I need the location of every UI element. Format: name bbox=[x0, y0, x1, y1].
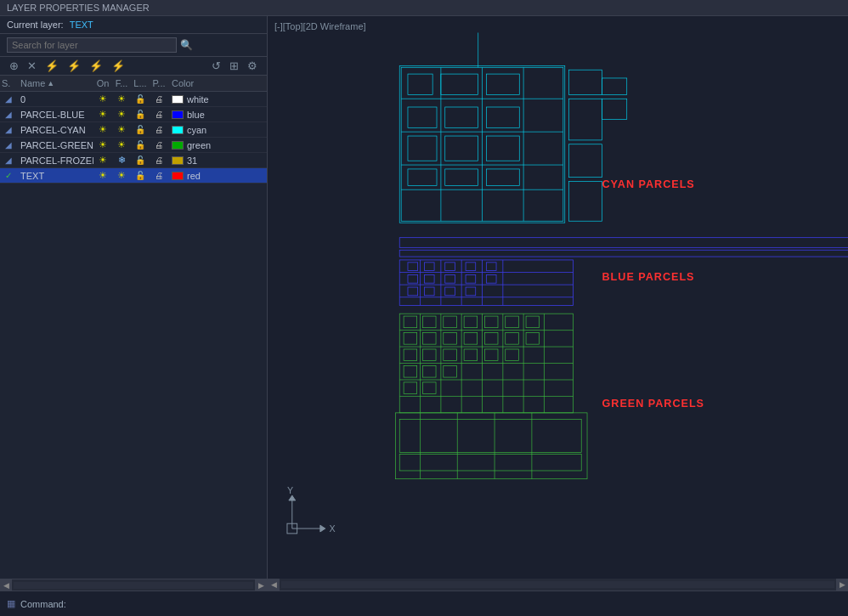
svg-rect-45 bbox=[424, 274, 434, 283]
layer-lock-icon[interactable]: 🔓 bbox=[131, 125, 150, 134]
layer-on-icon[interactable]: ☀ bbox=[93, 170, 112, 181]
current-layer-label: Current layer: TEXT bbox=[7, 20, 93, 30]
toolbar-btn-3[interactable]: ⚡ bbox=[42, 59, 61, 72]
layer-lock-icon[interactable]: 🔓 bbox=[131, 110, 150, 119]
toolbar-btn-4[interactable]: ⚡ bbox=[65, 59, 83, 72]
svg-rect-67 bbox=[422, 316, 436, 328]
color-label: cyan bbox=[187, 125, 206, 135]
layer-color-cell[interactable]: white bbox=[168, 94, 236, 105]
layer-plot-icon[interactable]: 🖨 bbox=[150, 140, 168, 150]
svg-rect-46 bbox=[445, 274, 455, 283]
color-swatch bbox=[172, 95, 184, 104]
toolbar-btn-5[interactable]: ⚡ bbox=[87, 59, 105, 72]
layer-status-cell: ✓ bbox=[0, 171, 17, 180]
svg-rect-40 bbox=[424, 263, 434, 271]
layer-on-icon[interactable]: ☀ bbox=[93, 93, 112, 105]
svg-rect-75 bbox=[444, 333, 457, 345]
layer-color-cell[interactable]: 31 bbox=[168, 155, 236, 166]
viewport-hscroll: ◀ ▶ bbox=[268, 579, 848, 591]
layer-freeze-icon[interactable]: ☀ bbox=[112, 93, 131, 105]
color-swatch bbox=[172, 110, 184, 119]
refresh-btn[interactable]: ↺ bbox=[209, 59, 223, 72]
svg-rect-49 bbox=[408, 287, 418, 296]
search-input[interactable] bbox=[7, 37, 177, 53]
svg-text:X: X bbox=[330, 523, 336, 534]
svg-rect-41 bbox=[445, 263, 455, 271]
layer-status-cell: ◢ bbox=[0, 110, 17, 119]
scroll-right-btn[interactable]: ▶ bbox=[255, 579, 267, 591]
scroll-track[interactable] bbox=[14, 582, 253, 589]
command-input[interactable] bbox=[71, 599, 841, 609]
color-swatch bbox=[172, 141, 184, 150]
search-icon[interactable]: 🔍 bbox=[180, 39, 193, 51]
layer-lock-icon[interactable]: 🔓 bbox=[131, 140, 150, 150]
layer-color-cell[interactable]: red bbox=[168, 171, 236, 181]
table-row[interactable]: ◢PARCEL-FROZEN☀❄🔓🖨31 bbox=[0, 153, 267, 168]
svg-rect-43 bbox=[486, 263, 496, 271]
svg-rect-13 bbox=[408, 74, 432, 94]
toolbar-row: ⊕ ✕ ⚡ ⚡ ⚡ ⚡ ↺ ⊞ ⚙ bbox=[0, 57, 267, 76]
color-label: 31 bbox=[187, 155, 197, 166]
layer-plot-icon[interactable]: 🖨 bbox=[150, 155, 168, 165]
color-label: red bbox=[187, 171, 201, 181]
layer-plot-icon[interactable]: 🖨 bbox=[150, 171, 168, 180]
col-name[interactable]: Name ▲ bbox=[17, 77, 93, 89]
layer-freeze-icon[interactable]: ☀ bbox=[112, 109, 131, 120]
settings-btn[interactable]: ⚙ bbox=[245, 59, 260, 72]
layer-plot-icon[interactable]: 🖨 bbox=[150, 94, 168, 104]
layer-lock-icon[interactable]: 🔓 bbox=[131, 155, 150, 165]
toolbar-btn-6[interactable]: ⚡ bbox=[109, 59, 127, 72]
svg-rect-21 bbox=[486, 136, 519, 161]
scroll-left-btn[interactable]: ◀ bbox=[0, 579, 12, 591]
table-row[interactable]: ◢PARCEL-BLUE☀☀🔓🖨blue bbox=[0, 107, 267, 122]
layer-plot-icon[interactable]: 🖨 bbox=[150, 125, 168, 134]
delete-layer-btn[interactable]: ✕ bbox=[25, 59, 39, 72]
color-swatch bbox=[172, 156, 184, 165]
svg-rect-70 bbox=[484, 316, 498, 328]
table-row[interactable]: ◢PARCEL-CYAN☀☀🔓🖨cyan bbox=[0, 122, 267, 138]
layer-lock-icon[interactable]: 🔓 bbox=[131, 94, 150, 104]
svg-rect-23 bbox=[445, 169, 478, 185]
layer-color-cell[interactable]: cyan bbox=[168, 125, 236, 135]
layer-freeze-icon[interactable]: ☀ bbox=[112, 170, 131, 181]
layer-on-icon[interactable]: ☀ bbox=[93, 155, 112, 166]
layer-color-cell[interactable]: green bbox=[168, 140, 236, 150]
layer-on-icon[interactable]: ☀ bbox=[93, 124, 112, 135]
layer-name-cell: PARCEL-BLUE bbox=[17, 110, 93, 120]
table-row[interactable]: ◢0☀☀🔓🖨white bbox=[0, 92, 267, 107]
new-layer-btn[interactable]: ⊕ bbox=[7, 59, 21, 72]
layer-name-cell: 0 bbox=[17, 94, 93, 105]
vp-scroll-right-btn[interactable]: ▶ bbox=[836, 579, 848, 591]
layer-plot-icon[interactable]: 🖨 bbox=[150, 110, 168, 119]
svg-rect-27 bbox=[602, 99, 627, 119]
svg-rect-86 bbox=[404, 365, 417, 377]
vp-scroll-track[interactable] bbox=[281, 581, 834, 588]
svg-rect-80 bbox=[404, 349, 417, 361]
layer-status-cell: ◢ bbox=[0, 94, 17, 104]
col-status: S. bbox=[0, 77, 17, 89]
svg-rect-85 bbox=[506, 349, 519, 361]
layer-panel: Current layer: TEXT 🔍 ⊕ ✕ ⚡ ⚡ ⚡ ⚡ ↺ ⊞ ⚙ … bbox=[0, 16, 268, 591]
layer-freeze-icon[interactable]: ☀ bbox=[112, 139, 131, 150]
svg-rect-12 bbox=[569, 182, 602, 222]
svg-rect-22 bbox=[408, 169, 437, 185]
svg-rect-18 bbox=[486, 107, 519, 127]
col-lock: L... bbox=[131, 77, 150, 89]
svg-rect-73 bbox=[404, 333, 417, 345]
layer-freeze-icon[interactable]: ☀ bbox=[112, 124, 131, 135]
svg-rect-74 bbox=[422, 333, 436, 345]
table-row[interactable]: ◢PARCEL-GREEN☀☀🔓🖨green bbox=[0, 138, 267, 153]
layer-freeze-icon[interactable]: ❄ bbox=[112, 155, 131, 166]
svg-rect-19 bbox=[408, 136, 437, 161]
vp-scroll-left-btn[interactable]: ◀ bbox=[268, 579, 280, 591]
color-label: white bbox=[187, 94, 209, 105]
col-freeze: F... bbox=[112, 77, 131, 89]
table-row[interactable]: ✓TEXT☀☀🔓🖨red bbox=[0, 168, 267, 184]
layer-color-cell[interactable]: blue bbox=[168, 110, 236, 120]
svg-rect-52 bbox=[466, 287, 476, 296]
grid-btn[interactable]: ⊞ bbox=[227, 59, 241, 72]
svg-rect-77 bbox=[484, 333, 498, 345]
layer-lock-icon[interactable]: 🔓 bbox=[131, 171, 150, 180]
layer-on-icon[interactable]: ☀ bbox=[93, 109, 112, 120]
layer-on-icon[interactable]: ☀ bbox=[93, 139, 112, 150]
